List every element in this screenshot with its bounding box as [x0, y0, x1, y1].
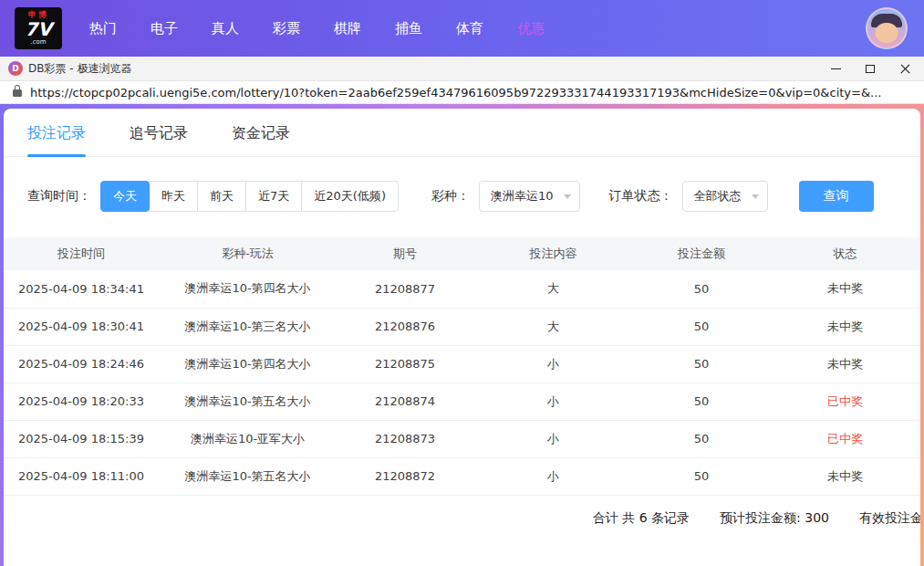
cell: 小 — [473, 383, 633, 420]
filter-bar: 查询时间： 今天昨天前天近7天近20天(低频) 彩种： 澳洲幸运10 订单状态：… — [27, 181, 897, 212]
valid-bet-amount-text: 有效投注金 — [859, 510, 920, 527]
status-cell: 未中奖 — [770, 345, 920, 383]
lottery-select[interactable]: 澳洲幸运10 — [479, 181, 580, 212]
cell: 2025-04-09 18:24:46 — [4, 345, 159, 383]
app-header: 申博 7V .com 热门电子真人彩票棋牌捕鱼体育优惠 — [0, 0, 924, 57]
minimize-icon — [831, 68, 841, 69]
order-status-label: 订单状态： — [609, 188, 673, 204]
nav-item-优惠[interactable]: 优惠 — [517, 20, 545, 37]
cell: 50 — [633, 345, 770, 383]
column-header: 投注内容 — [473, 237, 633, 270]
expected-bet-amount-text: 预计投注金额: 300 — [720, 510, 829, 527]
time-filter-今天[interactable]: 今天 — [100, 181, 150, 212]
cell: 2025-04-09 18:11:00 — [4, 457, 159, 495]
tab-投注记录[interactable]: 投注记录 — [27, 124, 86, 156]
close-button[interactable] — [888, 57, 922, 81]
total-records-text: 合计 共 6 条记录 — [593, 510, 690, 527]
cell: 小 — [473, 345, 633, 383]
cell: 澳洲幸运10-第四名大小 — [159, 270, 337, 308]
table-row: 2025-04-09 18:20:33澳洲幸运10-第五名大小21208874小… — [4, 383, 920, 420]
content-card: 投注记录追号记录资金记录 查询时间： 今天昨天前天近7天近20天(低频) 彩种：… — [4, 109, 920, 566]
cell: 21208872 — [337, 457, 473, 495]
lock-icon — [13, 89, 22, 97]
search-button[interactable]: 查询 — [799, 181, 874, 212]
status-cell: 未中奖 — [770, 457, 920, 495]
nav-item-彩票[interactable]: 彩票 — [273, 20, 300, 37]
cell: 21208876 — [337, 308, 473, 345]
order-status-select[interactable]: 全部状态 — [682, 181, 768, 212]
cell: 小 — [473, 420, 633, 457]
record-tabs: 投注记录追号记录资金记录 — [4, 109, 920, 157]
cell: 21208875 — [337, 345, 473, 383]
cell: 大 — [473, 308, 633, 345]
column-header: 期号 — [337, 237, 473, 270]
status-cell: 未中奖 — [770, 270, 920, 308]
time-filter-近7天[interactable]: 近7天 — [245, 181, 302, 212]
cell: 50 — [633, 383, 770, 420]
url-text: https://ctopcp02pcali.uengi5e.com/lotter… — [30, 86, 881, 100]
address-bar[interactable]: https://ctopcp02pcali.uengi5e.com/lotter… — [0, 81, 924, 104]
cell: 澳洲幸运10-第三名大小 — [159, 308, 337, 345]
maximize-button[interactable] — [853, 57, 888, 81]
cell: 21208873 — [337, 420, 473, 457]
user-avatar[interactable] — [866, 7, 908, 49]
cell: 50 — [633, 270, 770, 308]
column-header: 投注时间 — [4, 237, 159, 270]
page-background: 投注记录追号记录资金记录 查询时间： 今天昨天前天近7天近20天(低频) 彩种：… — [0, 104, 924, 566]
cell: 大 — [473, 270, 633, 308]
time-filter-昨天[interactable]: 昨天 — [149, 181, 198, 212]
browser-window-title: DB彩票 - 极速浏览器 — [28, 61, 131, 77]
nav-item-棋牌[interactable]: 棋牌 — [334, 20, 361, 37]
order-status-value: 全部状态 — [694, 188, 742, 204]
cell: 澳洲幸运10-第四名大小 — [159, 345, 337, 383]
app-nav: 热门电子真人彩票棋牌捕鱼体育优惠 — [89, 20, 545, 37]
cell: 21208877 — [337, 270, 473, 308]
chevron-down-icon — [752, 194, 759, 199]
time-filter-前天[interactable]: 前天 — [197, 181, 246, 212]
browser-titlebar: D DB彩票 - 极速浏览器 — [0, 57, 924, 81]
status-cell: 已中奖 — [770, 420, 920, 457]
cell: 2025-04-09 18:34:41 — [4, 270, 159, 308]
status-cell: 未中奖 — [770, 308, 920, 345]
cell: 2025-04-09 18:15:39 — [4, 420, 159, 457]
brand-logo-main: 7V — [25, 20, 51, 38]
cell: 澳洲幸运10-亚军大小 — [159, 420, 337, 457]
table-row: 2025-04-09 18:30:41澳洲幸运10-第三名大小21208876大… — [4, 308, 920, 345]
nav-item-体育[interactable]: 体育 — [456, 20, 483, 37]
cell: 50 — [633, 420, 770, 457]
status-cell: 已中奖 — [770, 383, 920, 420]
brand-logo[interactable]: 申博 7V .com — [15, 7, 62, 49]
window-controls — [818, 57, 922, 81]
cell: 50 — [633, 457, 770, 495]
column-header: 投注金额 — [633, 237, 770, 270]
browser-favicon-icon: D — [8, 61, 23, 76]
column-header: 彩种-玩法 — [159, 237, 337, 270]
nav-item-真人[interactable]: 真人 — [212, 20, 239, 37]
table-row: 2025-04-09 18:15:39澳洲幸运10-亚军大小21208873小5… — [4, 420, 920, 457]
table-row: 2025-04-09 18:24:46澳洲幸运10-第四名大小21208875小… — [4, 345, 920, 383]
time-filter-label: 查询时间： — [27, 188, 91, 204]
cell: 小 — [473, 457, 633, 495]
tab-追号记录[interactable]: 追号记录 — [130, 124, 188, 156]
cell: 2025-04-09 18:30:41 — [4, 308, 159, 345]
summary-bar: 合计 共 6 条记录 预计投注金额: 300 有效投注金 — [4, 510, 920, 527]
minimize-button[interactable] — [818, 57, 853, 81]
table-body: 2025-04-09 18:34:41澳洲幸运10-第四名大小21208877大… — [4, 270, 920, 495]
cell: 2025-04-09 18:20:33 — [4, 383, 159, 420]
table-row: 2025-04-09 18:11:00澳洲幸运10-第五名大小21208872小… — [4, 457, 920, 495]
close-icon — [899, 63, 911, 75]
time-filter-group: 今天昨天前天近7天近20天(低频) — [100, 181, 399, 212]
cell: 50 — [633, 308, 770, 345]
nav-item-捕鱼[interactable]: 捕鱼 — [395, 20, 422, 37]
cell: 21208874 — [337, 383, 473, 420]
nav-item-热门[interactable]: 热门 — [89, 20, 117, 37]
brand-logo-suffix: .com — [30, 39, 46, 46]
cell: 澳洲幸运10-第五名大小 — [159, 383, 337, 420]
cell: 澳洲幸运10-第五名大小 — [159, 457, 337, 495]
table-row: 2025-04-09 18:34:41澳洲幸运10-第四名大小21208877大… — [4, 270, 920, 308]
tab-资金记录[interactable]: 资金记录 — [232, 124, 290, 156]
time-filter-近20天(低频)[interactable]: 近20天(低频) — [301, 181, 399, 212]
lottery-select-value: 澳洲幸运10 — [491, 188, 554, 204]
nav-item-电子[interactable]: 电子 — [151, 20, 178, 37]
column-header: 状态 — [770, 237, 920, 270]
